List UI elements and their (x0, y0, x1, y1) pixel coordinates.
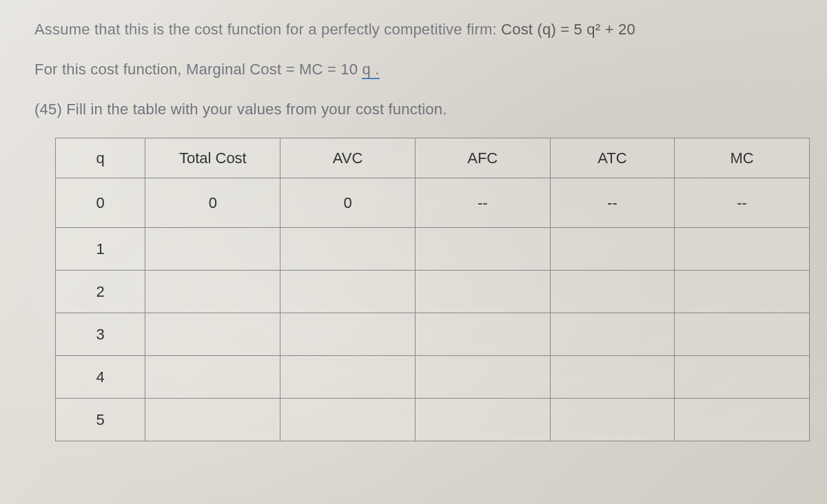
cell-atc (550, 313, 675, 356)
cell-avc: 0 (280, 178, 416, 228)
instruction-1-prefix: Assume that this is the cost function fo… (34, 21, 501, 38)
cell-total-cost (145, 399, 280, 441)
cell-mc: -- (675, 178, 810, 228)
cell-afc (415, 356, 550, 399)
cell-atc (550, 356, 675, 399)
cell-afc (415, 313, 550, 356)
mc-formula-q: q . (362, 61, 379, 79)
cost-table: q Total Cost AVC AFC ATC MC 0 0 0 -- -- … (55, 138, 810, 441)
cell-total-cost (145, 313, 280, 356)
cell-mc (675, 271, 810, 313)
cell-total-cost: 0 (145, 178, 280, 228)
cost-function-formula: Cost (q) = 5 q² + 20 (501, 21, 635, 38)
cell-total-cost (145, 356, 280, 399)
cell-afc: -- (415, 178, 550, 228)
header-avc: AVC (280, 138, 416, 178)
cell-q: 0 (56, 178, 145, 228)
table-row: 0 0 0 -- -- -- (56, 178, 810, 228)
header-atc: ATC (550, 138, 675, 178)
cell-afc (415, 399, 550, 441)
cell-mc (675, 356, 810, 399)
cell-total-cost (145, 271, 280, 313)
cell-avc (280, 228, 416, 271)
instruction-line-2: For this cost function, Marginal Cost = … (34, 61, 793, 78)
cell-q: 1 (56, 228, 145, 271)
cell-q: 5 (56, 399, 145, 441)
cell-q: 2 (56, 271, 145, 313)
table-row: 3 (56, 313, 810, 356)
cell-afc (415, 271, 550, 313)
cell-q: 3 (56, 313, 145, 356)
cell-atc (550, 271, 675, 313)
cell-atc (550, 399, 675, 441)
table-row: 2 (56, 271, 810, 313)
header-afc: AFC (415, 138, 550, 178)
instruction-line-1: Assume that this is the cost function fo… (34, 21, 793, 39)
instruction-2-prefix: For this cost function, Marginal Cost = … (34, 61, 362, 78)
table-row: 5 (56, 399, 810, 441)
cell-mc (675, 313, 810, 356)
header-mc: MC (675, 138, 810, 178)
instruction-line-3: (45) Fill in the table with your values … (34, 101, 793, 118)
header-q: q (56, 138, 145, 178)
cell-avc (280, 271, 416, 313)
cell-afc (415, 228, 550, 271)
cell-avc (280, 313, 416, 356)
cell-mc (675, 228, 810, 271)
table-row: 1 (56, 228, 810, 271)
cell-mc (675, 399, 810, 441)
cell-avc (280, 399, 416, 441)
cell-total-cost (145, 228, 280, 271)
header-total-cost: Total Cost (145, 138, 280, 178)
cell-atc (550, 228, 675, 271)
cell-avc (280, 356, 416, 399)
table-header-row: q Total Cost AVC AFC ATC MC (56, 138, 810, 178)
table-row: 4 (56, 356, 810, 399)
cell-atc: -- (550, 178, 675, 228)
cell-q: 4 (56, 356, 145, 399)
